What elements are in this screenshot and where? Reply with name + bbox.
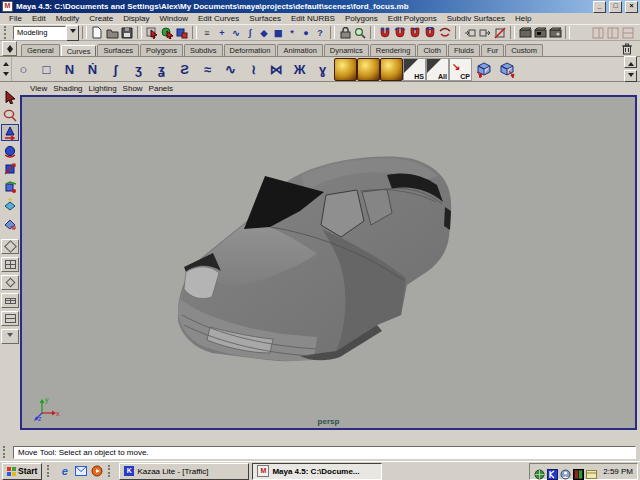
menu-item-polygons[interactable]: Polygons bbox=[340, 14, 383, 23]
shelf-tab-dynamics[interactable]: Dynamics bbox=[324, 44, 369, 56]
shelf-tab-fluids[interactable]: Fluids bbox=[448, 44, 480, 56]
shelf-tab-surfaces[interactable]: Surfaces bbox=[97, 44, 139, 56]
shelf-item-nurbs-circle[interactable]: ○ bbox=[12, 58, 35, 81]
shelf-tab-custom[interactable]: Custom bbox=[505, 44, 543, 56]
component-mask-points[interactable]: + bbox=[215, 26, 229, 40]
shelf-tab-rendering[interactable]: Rendering bbox=[370, 44, 417, 56]
render-globals-icon[interactable] bbox=[548, 26, 562, 40]
show-channel-box-icon[interactable] bbox=[621, 26, 635, 40]
menu-item-help[interactable]: Help bbox=[510, 14, 536, 23]
component-mask-pivots[interactable]: * bbox=[285, 26, 299, 40]
shelf-item-offset-curve[interactable]: ɣ bbox=[311, 58, 334, 81]
shelf-tab-polygons[interactable]: Polygons bbox=[140, 44, 183, 56]
move-tool[interactable] bbox=[1, 124, 19, 141]
shelf-tab-fur[interactable]: Fur bbox=[481, 44, 504, 56]
hypershade-layout-button[interactable] bbox=[1, 311, 19, 326]
new-scene-icon[interactable] bbox=[90, 26, 104, 40]
shelf-item-arc-tool[interactable]: ʃ bbox=[104, 58, 127, 81]
menu-item-window[interactable]: Window bbox=[155, 14, 193, 23]
menu-item-edit-polygons[interactable]: Edit Polygons bbox=[383, 14, 442, 23]
shelf-item-ep-curve-tool[interactable]: Ṅ bbox=[81, 58, 104, 81]
task-button-maya[interactable]: M Maya 4.5: C:\Docume... bbox=[252, 463, 382, 480]
shelf-item-curve-intersect[interactable]: ⋈ bbox=[265, 58, 288, 81]
shelf-item-hs-selection[interactable]: HS bbox=[403, 58, 426, 81]
panel-menu-item-panels[interactable]: Panels bbox=[149, 84, 179, 93]
open-scene-icon[interactable] bbox=[105, 26, 119, 40]
highlight-selection-icon[interactable] bbox=[353, 26, 367, 40]
panel-menu-item-lighting[interactable]: Lighting bbox=[89, 84, 123, 93]
messenger-tray-icon[interactable] bbox=[560, 466, 571, 477]
shelf-tab-general[interactable]: General bbox=[21, 44, 60, 56]
last-tool-used[interactable] bbox=[1, 214, 19, 231]
kazaa-tray-icon[interactable] bbox=[547, 466, 558, 477]
show-attribute-editor-icon[interactable] bbox=[591, 26, 605, 40]
panel-menu-item-show[interactable]: Show bbox=[123, 84, 149, 93]
drag-handle[interactable] bbox=[4, 26, 10, 39]
network-globe-tray-icon[interactable] bbox=[534, 466, 545, 477]
shelf-item-all-selection[interactable]: All bbox=[426, 58, 449, 81]
outlook-express-icon[interactable] bbox=[74, 465, 87, 478]
persp-graph-layout-button[interactable] bbox=[1, 293, 19, 308]
shelf-tab-cloth[interactable]: Cloth bbox=[417, 44, 447, 56]
scheduler-tray-icon[interactable] bbox=[586, 466, 597, 477]
menu-item-edit-nurbs[interactable]: Edit NURBS bbox=[286, 14, 340, 23]
multi-pane-layout-button[interactable] bbox=[1, 329, 19, 344]
group-separator[interactable] bbox=[330, 26, 335, 39]
ipr-render-icon[interactable] bbox=[533, 26, 547, 40]
universal-manipulator-tool[interactable] bbox=[1, 178, 19, 195]
shelf-item-poly-cube-b[interactable] bbox=[495, 58, 518, 81]
component-mask-hulls[interactable]: ▦ bbox=[271, 26, 285, 40]
window-titlebar[interactable]: M Maya 4.5: C:\Documents and Settings\Al… bbox=[0, 0, 640, 13]
shelf-scroll-up[interactable] bbox=[624, 56, 637, 68]
lock-selection-icon[interactable] bbox=[338, 26, 352, 40]
task-button-kazaa[interactable]: K Kazaa Lite - [Traffic] bbox=[119, 463, 249, 480]
snap-to-curves-icon[interactable] bbox=[393, 26, 407, 40]
snap-to-view-planes-icon[interactable] bbox=[423, 26, 437, 40]
menu-item-create[interactable]: Create bbox=[84, 14, 118, 23]
single-pane-layout-button[interactable] bbox=[1, 239, 19, 254]
select-tool[interactable] bbox=[1, 88, 19, 105]
shelf-item-reverse-curve[interactable]: ∿ bbox=[219, 58, 242, 81]
menu-item-display[interactable]: Display bbox=[118, 14, 154, 23]
shelf-menu-button[interactable] bbox=[2, 41, 17, 56]
close-button[interactable]: × bbox=[625, 1, 638, 13]
group-separator[interactable] bbox=[510, 26, 515, 39]
snap-to-grids-icon[interactable] bbox=[378, 26, 392, 40]
show-manipulator-tool[interactable] bbox=[1, 196, 19, 213]
group-separator[interactable] bbox=[370, 26, 375, 39]
combo-mask-icon[interactable]: ≡ bbox=[200, 26, 214, 40]
select-by-hierarchy-icon[interactable] bbox=[145, 26, 159, 40]
lasso-select-tool[interactable] bbox=[1, 106, 19, 123]
component-mask-param-points[interactable]: ∿ bbox=[229, 26, 243, 40]
taskbar-clock[interactable]: 2:59 PM bbox=[599, 467, 633, 476]
shelf-item-insert-knot[interactable]: ≀ bbox=[242, 58, 265, 81]
volume-meter-tray-icon[interactable] bbox=[573, 466, 584, 477]
drag-handle[interactable] bbox=[3, 446, 10, 458]
shelf-item-open-close-curves[interactable]: ≈ bbox=[196, 58, 219, 81]
render-current-frame-icon[interactable] bbox=[518, 26, 532, 40]
output-connections-icon[interactable] bbox=[478, 26, 492, 40]
chevron-down-icon[interactable] bbox=[66, 25, 79, 41]
component-mask-handles[interactable]: ● bbox=[299, 26, 313, 40]
group-separator[interactable] bbox=[82, 26, 87, 39]
show-tool-settings-icon[interactable] bbox=[606, 26, 620, 40]
shelf-item-poly-cube-a[interactable] bbox=[472, 58, 495, 81]
make-live-icon[interactable] bbox=[438, 26, 452, 40]
media-player-icon[interactable] bbox=[90, 465, 103, 478]
rotate-tool[interactable] bbox=[1, 142, 19, 159]
menu-item-file[interactable]: File bbox=[4, 14, 27, 23]
select-by-component-icon[interactable] bbox=[175, 26, 189, 40]
shelf-tab-animation[interactable]: Animation bbox=[277, 44, 322, 56]
four-pane-layout-button[interactable] bbox=[1, 257, 19, 272]
perspective-view[interactable]: y x z persp bbox=[20, 95, 637, 430]
shelf-tab-deformation[interactable]: Deformation bbox=[224, 44, 277, 56]
menu-set-selector[interactable]: Modeling bbox=[13, 26, 79, 40]
menu-item-edit[interactable]: Edit bbox=[27, 14, 51, 23]
shelf-item-cv-curve-tool[interactable]: N bbox=[58, 58, 81, 81]
menu-item-modify[interactable]: Modify bbox=[51, 14, 85, 23]
shelf-tab-subdivs[interactable]: Subdivs bbox=[184, 44, 223, 56]
shelf-item-mel-sphere-ctrl[interactable] bbox=[334, 58, 357, 81]
menu-set-value[interactable]: Modeling bbox=[13, 26, 66, 40]
shelf-item-mel-sphere[interactable] bbox=[380, 58, 403, 81]
car-body-model[interactable] bbox=[150, 129, 500, 389]
